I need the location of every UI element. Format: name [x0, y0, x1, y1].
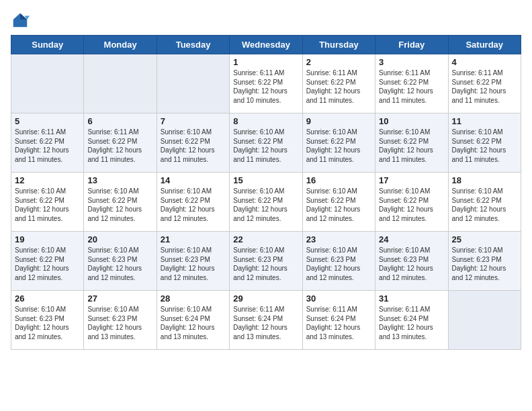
day-info: Sunrise: 6:11 AM Sunset: 6:22 PM Dayligh… — [15, 128, 80, 164]
logo — [11, 11, 32, 30]
calendar-cell: 10Sunrise: 6:10 AM Sunset: 6:22 PM Dayli… — [375, 113, 448, 173]
day-number: 1 — [233, 57, 298, 67]
calendar-cell: 4Sunrise: 6:11 AM Sunset: 6:22 PM Daylig… — [448, 54, 521, 113]
day-number: 23 — [306, 234, 371, 244]
day-info: Sunrise: 6:10 AM Sunset: 6:22 PM Dayligh… — [306, 128, 371, 164]
week-row-1: 1Sunrise: 6:11 AM Sunset: 6:22 PM Daylig… — [11, 54, 521, 113]
day-info: Sunrise: 6:11 AM Sunset: 6:22 PM Dayligh… — [452, 68, 517, 105]
calendar-cell: 1Sunrise: 6:11 AM Sunset: 6:22 PM Daylig… — [230, 54, 302, 113]
day-info: Sunrise: 6:10 AM Sunset: 6:22 PM Dayligh… — [452, 187, 517, 223]
day-number: 22 — [233, 234, 298, 244]
day-header-monday: Monday — [84, 36, 157, 54]
calendar-cell: 14Sunrise: 6:10 AM Sunset: 6:22 PM Dayli… — [157, 173, 229, 232]
day-number: 14 — [161, 175, 226, 185]
day-header-sunday: Sunday — [11, 36, 84, 54]
day-info: Sunrise: 6:10 AM Sunset: 6:23 PM Dayligh… — [87, 305, 152, 341]
day-number: 8 — [233, 116, 298, 126]
day-info: Sunrise: 6:10 AM Sunset: 6:23 PM Dayligh… — [233, 246, 298, 282]
day-number: 9 — [306, 116, 371, 126]
day-number: 2 — [306, 57, 371, 67]
calendar-cell: 19Sunrise: 6:10 AM Sunset: 6:22 PM Dayli… — [11, 232, 84, 291]
day-header-tuesday: Tuesday — [157, 36, 229, 54]
day-info: Sunrise: 6:10 AM Sunset: 6:24 PM Dayligh… — [161, 305, 226, 341]
day-info: Sunrise: 6:10 AM Sunset: 6:22 PM Dayligh… — [15, 187, 80, 223]
calendar-cell — [157, 54, 229, 113]
day-number: 6 — [87, 116, 152, 126]
calendar-cell: 12Sunrise: 6:10 AM Sunset: 6:22 PM Dayli… — [11, 173, 84, 232]
header-row: SundayMondayTuesdayWednesdayThursdayFrid… — [11, 36, 521, 54]
calendar-cell: 5Sunrise: 6:11 AM Sunset: 6:22 PM Daylig… — [11, 113, 84, 173]
day-number: 18 — [452, 175, 517, 185]
day-info: Sunrise: 6:10 AM Sunset: 6:22 PM Dayligh… — [306, 187, 371, 223]
calendar-cell — [84, 54, 157, 113]
day-info: Sunrise: 6:11 AM Sunset: 6:24 PM Dayligh… — [379, 305, 444, 341]
calendar-cell: 24Sunrise: 6:10 AM Sunset: 6:23 PM Dayli… — [375, 232, 448, 291]
day-number: 24 — [379, 234, 444, 244]
calendar-cell: 9Sunrise: 6:10 AM Sunset: 6:22 PM Daylig… — [302, 113, 375, 173]
day-number: 4 — [452, 57, 517, 67]
calendar-cell: 18Sunrise: 6:10 AM Sunset: 6:22 PM Dayli… — [448, 173, 521, 232]
day-number: 3 — [379, 57, 444, 67]
day-info: Sunrise: 6:11 AM Sunset: 6:24 PM Dayligh… — [306, 305, 371, 341]
day-number: 26 — [15, 293, 80, 304]
day-info: Sunrise: 6:11 AM Sunset: 6:22 PM Dayligh… — [379, 68, 444, 105]
calendar-cell: 30Sunrise: 6:11 AM Sunset: 6:24 PM Dayli… — [302, 291, 375, 350]
day-header-saturday: Saturday — [448, 36, 521, 54]
day-info: Sunrise: 6:10 AM Sunset: 6:22 PM Dayligh… — [161, 128, 226, 164]
calendar-cell: 21Sunrise: 6:10 AM Sunset: 6:23 PM Dayli… — [157, 232, 229, 291]
calendar-cell: 6Sunrise: 6:11 AM Sunset: 6:22 PM Daylig… — [84, 113, 157, 173]
calendar-cell: 13Sunrise: 6:10 AM Sunset: 6:22 PM Dayli… — [84, 173, 157, 232]
day-info: Sunrise: 6:10 AM Sunset: 6:23 PM Dayligh… — [87, 246, 152, 282]
day-header-thursday: Thursday — [302, 36, 375, 54]
page-header — [11, 11, 521, 30]
day-number: 21 — [161, 234, 226, 244]
day-header-friday: Friday — [375, 36, 448, 54]
day-info: Sunrise: 6:10 AM Sunset: 6:22 PM Dayligh… — [15, 246, 80, 282]
day-number: 7 — [161, 116, 226, 126]
calendar-cell: 3Sunrise: 6:11 AM Sunset: 6:22 PM Daylig… — [375, 54, 448, 113]
day-info: Sunrise: 6:10 AM Sunset: 6:23 PM Dayligh… — [306, 246, 371, 282]
day-info: Sunrise: 6:11 AM Sunset: 6:22 PM Dayligh… — [87, 128, 152, 164]
calendar-table: SundayMondayTuesdayWednesdayThursdayFrid… — [11, 35, 521, 350]
calendar-cell: 23Sunrise: 6:10 AM Sunset: 6:23 PM Dayli… — [302, 232, 375, 291]
calendar-cell: 7Sunrise: 6:10 AM Sunset: 6:22 PM Daylig… — [157, 113, 229, 173]
day-number: 19 — [15, 234, 80, 244]
day-info: Sunrise: 6:10 AM Sunset: 6:22 PM Dayligh… — [452, 128, 517, 164]
day-info: Sunrise: 6:10 AM Sunset: 6:22 PM Dayligh… — [379, 187, 444, 223]
calendar-cell: 29Sunrise: 6:11 AM Sunset: 6:24 PM Dayli… — [230, 291, 302, 350]
calendar-cell: 8Sunrise: 6:10 AM Sunset: 6:22 PM Daylig… — [230, 113, 302, 173]
week-row-2: 5Sunrise: 6:11 AM Sunset: 6:22 PM Daylig… — [11, 113, 521, 173]
calendar-cell: 2Sunrise: 6:11 AM Sunset: 6:22 PM Daylig… — [302, 54, 375, 113]
calendar-cell: 27Sunrise: 6:10 AM Sunset: 6:23 PM Dayli… — [84, 291, 157, 350]
day-number: 27 — [87, 293, 152, 304]
day-number: 5 — [15, 116, 80, 126]
calendar-cell — [11, 54, 84, 113]
week-row-4: 19Sunrise: 6:10 AM Sunset: 6:22 PM Dayli… — [11, 232, 521, 291]
calendar-cell: 28Sunrise: 6:10 AM Sunset: 6:24 PM Dayli… — [157, 291, 229, 350]
day-number: 13 — [87, 175, 152, 185]
day-number: 30 — [306, 293, 371, 304]
day-info: Sunrise: 6:10 AM Sunset: 6:22 PM Dayligh… — [87, 187, 152, 223]
calendar-cell: 26Sunrise: 6:10 AM Sunset: 6:23 PM Dayli… — [11, 291, 84, 350]
day-info: Sunrise: 6:10 AM Sunset: 6:23 PM Dayligh… — [452, 246, 517, 282]
day-info: Sunrise: 6:11 AM Sunset: 6:22 PM Dayligh… — [306, 68, 371, 105]
day-number: 31 — [379, 293, 444, 304]
day-number: 17 — [379, 175, 444, 185]
calendar-cell: 22Sunrise: 6:10 AM Sunset: 6:23 PM Dayli… — [230, 232, 302, 291]
day-number: 15 — [233, 175, 298, 185]
calendar-cell: 16Sunrise: 6:10 AM Sunset: 6:22 PM Dayli… — [302, 173, 375, 232]
day-number: 16 — [306, 175, 371, 185]
calendar-cell — [448, 291, 521, 350]
calendar-cell: 20Sunrise: 6:10 AM Sunset: 6:23 PM Dayli… — [84, 232, 157, 291]
day-info: Sunrise: 6:11 AM Sunset: 6:22 PM Dayligh… — [233, 68, 298, 105]
calendar-cell: 15Sunrise: 6:10 AM Sunset: 6:22 PM Dayli… — [230, 173, 302, 232]
day-number: 28 — [161, 293, 226, 304]
day-number: 12 — [15, 175, 80, 185]
day-number: 25 — [452, 234, 517, 244]
day-info: Sunrise: 6:10 AM Sunset: 6:23 PM Dayligh… — [379, 246, 444, 282]
logo-icon — [11, 11, 30, 30]
calendar-cell: 25Sunrise: 6:10 AM Sunset: 6:23 PM Dayli… — [448, 232, 521, 291]
day-info: Sunrise: 6:10 AM Sunset: 6:22 PM Dayligh… — [233, 128, 298, 164]
day-number: 11 — [452, 116, 517, 126]
week-row-3: 12Sunrise: 6:10 AM Sunset: 6:22 PM Dayli… — [11, 173, 521, 232]
